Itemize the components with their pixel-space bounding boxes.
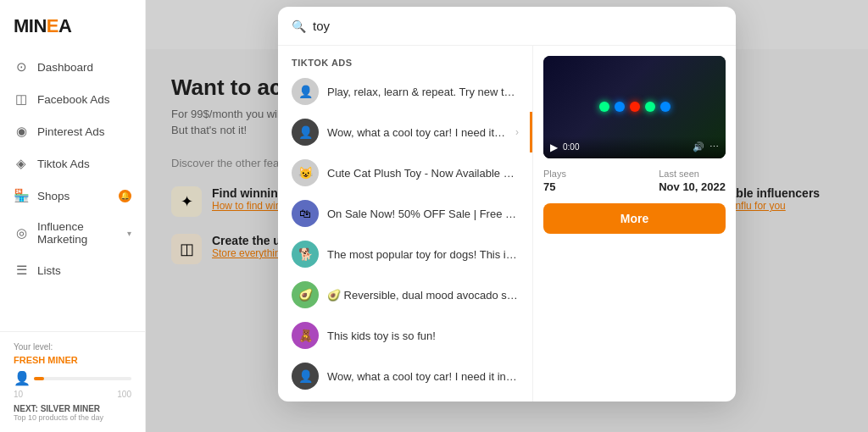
next-level-sub: Top 10 products of the day bbox=[14, 413, 131, 422]
facebook-ads-icon: ◫ bbox=[14, 91, 29, 107]
level-nums: 10 100 bbox=[14, 390, 131, 399]
dropdown-search-icon: 🔍 bbox=[292, 19, 306, 33]
light-red bbox=[630, 102, 640, 112]
result-item[interactable]: 🧸 This kids toy is so fun! bbox=[278, 315, 532, 356]
influence-marketing-icon: ◎ bbox=[14, 225, 29, 241]
level-label: Your level: bbox=[14, 342, 131, 352]
result-item[interactable]: 👤 Wow, what a cool toy car! I need it in… bbox=[278, 356, 532, 396]
result-avatar: 🥑 bbox=[292, 281, 319, 308]
pinterest-ads-icon: ◉ bbox=[14, 124, 29, 139]
more-button[interactable]: More bbox=[543, 203, 726, 234]
light-blue bbox=[615, 102, 625, 112]
sidebar-item-pinterest-ads[interactable]: ◉ Pinterest Ads bbox=[0, 115, 145, 147]
light-green bbox=[599, 102, 609, 112]
lists-icon: ☰ bbox=[14, 263, 29, 278]
volume-icon[interactable]: 🔊 bbox=[693, 141, 704, 152]
sidebar-item-label: Tiktok Ads bbox=[37, 158, 131, 170]
result-item[interactable]: 👤 Wow, what a cool toy car! I need it in… bbox=[278, 112, 532, 152]
sidebar-item-influence-marketing[interactable]: ◎ Influence Marketing ▾ bbox=[0, 212, 145, 254]
sidebar-item-label: Facebook Ads bbox=[37, 93, 131, 106]
chevron-right-icon: › bbox=[515, 126, 519, 138]
sidebar-item-label: Dashboard bbox=[37, 61, 131, 74]
dropdown-search-input[interactable] bbox=[313, 19, 722, 33]
last-seen-stat: Last seen Nov 10, 2022 bbox=[659, 169, 726, 193]
dashboard-icon: ⊙ bbox=[14, 59, 29, 75]
level-bar-container: 👤 bbox=[14, 370, 131, 386]
logo-text: MINEA bbox=[14, 15, 71, 37]
sidebar-item-facebook-ads[interactable]: ◫ Facebook Ads bbox=[0, 83, 145, 115]
result-avatar: 🛍 bbox=[292, 200, 319, 227]
level-bar bbox=[34, 377, 131, 380]
result-text: The most popular toy for dogs! This is t… bbox=[327, 248, 519, 261]
more-options-icon[interactable]: ⋯ bbox=[709, 141, 719, 152]
sidebar-item-label: Shops bbox=[37, 190, 108, 202]
sidebar-item-dashboard[interactable]: ⊙ Dashboard bbox=[0, 51, 145, 83]
level-name: FRESH MINER bbox=[14, 355, 131, 365]
result-avatar: 👤 bbox=[292, 78, 319, 105]
shops-icon: 🏪 bbox=[14, 188, 29, 203]
sidebar-item-label: Influence Marketing bbox=[37, 220, 119, 246]
level-end: 100 bbox=[117, 390, 131, 399]
result-item[interactable]: 👤 Play, relax, learn & repeat. Try new t… bbox=[278, 71, 532, 112]
plays-label: Plays bbox=[543, 169, 566, 179]
light-green-2 bbox=[645, 102, 655, 112]
last-seen-label: Last seen bbox=[659, 169, 726, 179]
last-seen-value: Nov 10, 2022 bbox=[659, 180, 726, 193]
dropdown-search-bar: 🔍 bbox=[278, 7, 736, 46]
toy-lights bbox=[599, 102, 670, 112]
result-avatar: 👤 bbox=[292, 363, 319, 390]
video-controls: ▶ 0:00 🔊 ⋯ bbox=[543, 136, 726, 158]
sidebar-item-lists[interactable]: ☰ Lists bbox=[0, 254, 145, 286]
plays-value: 75 bbox=[543, 180, 566, 193]
results-section-label: Tiktok Ads bbox=[278, 53, 532, 71]
light-blue-2 bbox=[660, 102, 670, 112]
result-text: This kids toy is so fun! bbox=[327, 330, 519, 342]
plays-stat: Plays 75 bbox=[543, 169, 566, 193]
result-avatar: 🐕 bbox=[292, 241, 319, 268]
video-thumbnail[interactable]: ▶ 0:00 🔊 ⋯ bbox=[543, 56, 726, 158]
result-text: Cute Cat Plush Toy - Now Available on Sa… bbox=[327, 167, 519, 180]
result-text: Play, relax, learn & repeat. Try new toy… bbox=[327, 86, 519, 98]
level-start: 10 bbox=[14, 390, 23, 399]
sidebar-item-label: Pinterest Ads bbox=[37, 125, 131, 138]
search-overlay[interactable]: 🔍 Tiktok Ads 👤 Play, relax, learn & repe… bbox=[146, 0, 868, 432]
dropdown-body: Tiktok Ads 👤 Play, relax, learn & repeat… bbox=[278, 46, 736, 402]
logo: MINEA bbox=[0, 0, 145, 47]
video-stats: Plays 75 Last seen Nov 10, 2022 bbox=[543, 169, 726, 193]
sidebar: MINEA ⊙ Dashboard ◫ Facebook Ads ◉ Pinte… bbox=[0, 0, 146, 432]
result-item[interactable]: 🥑 🥑 Reversible, dual mood avocado stuffy… bbox=[278, 274, 532, 315]
chevron-down-icon: ▾ bbox=[127, 229, 131, 238]
tiktok-ads-icon: ◈ bbox=[14, 156, 29, 171]
sidebar-bottom: Your level: FRESH MINER 👤 10 100 NEXT: S… bbox=[0, 331, 145, 432]
sidebar-item-label: Lists bbox=[37, 264, 131, 277]
main-content: ◁ 🔍 ⌘K 📷 Want to access Tiktok ac For 99… bbox=[146, 0, 868, 432]
next-level-label: NEXT: SILVER MINER bbox=[14, 404, 131, 413]
sidebar-nav: ⊙ Dashboard ◫ Facebook Ads ◉ Pinterest A… bbox=[0, 47, 145, 331]
dropdown-side-panel: ▶ 0:00 🔊 ⋯ Plays 75 Last seen bbox=[532, 46, 736, 402]
result-text: 🥑 Reversible, dual mood avocado stuffy a… bbox=[327, 289, 519, 302]
level-bar-fill bbox=[34, 377, 44, 380]
active-bar bbox=[530, 112, 532, 152]
video-time: 0:00 bbox=[563, 142, 687, 152]
shops-badge: 🔔 bbox=[119, 190, 131, 202]
result-avatar: 🧸 bbox=[292, 322, 319, 349]
result-item[interactable]: 🛍 On Sale Now! 50% OFF Sale | Free au Sh… bbox=[278, 193, 532, 234]
result-text: Wow, what a cool toy car! I need it in m… bbox=[327, 370, 519, 383]
result-avatar: 😺 bbox=[292, 159, 319, 186]
search-dropdown: 🔍 Tiktok Ads 👤 Play, relax, learn & repe… bbox=[278, 7, 736, 402]
result-text: Wow, what a cool toy car! I need it in .… bbox=[327, 126, 507, 139]
result-item[interactable]: 😺 Cute Cat Plush Toy - Now Available on … bbox=[278, 152, 532, 193]
play-button[interactable]: ▶ bbox=[550, 141, 558, 153]
sidebar-item-shops[interactable]: 🏪 Shops 🔔 bbox=[0, 180, 145, 212]
result-text: On Sale Now! 50% OFF Sale | Free au Ship… bbox=[327, 208, 519, 220]
avatar-icon: 👤 bbox=[14, 370, 31, 386]
sidebar-item-tiktok-ads[interactable]: ◈ Tiktok Ads bbox=[0, 147, 145, 180]
result-item[interactable]: 🐕 The most popular toy for dogs! This is… bbox=[278, 234, 532, 274]
result-avatar: 👤 bbox=[292, 119, 319, 146]
dropdown-results: Tiktok Ads 👤 Play, relax, learn & repeat… bbox=[278, 46, 532, 402]
